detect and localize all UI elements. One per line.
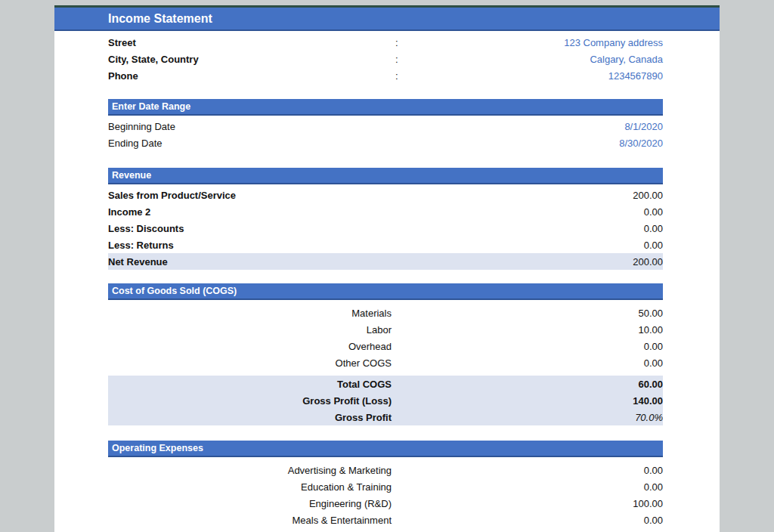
section-header-revenue: Revenue [108, 168, 663, 184]
opex-row: Advertising & Marketing 0.00 [108, 462, 663, 478]
gross-profit-loss-cell: 140.00 [633, 395, 663, 407]
section-header-date-range: Enter Date Range [108, 99, 663, 116]
net-revenue-label: Net Revenue [108, 256, 168, 268]
separator: : [395, 37, 398, 48]
gross-profit-loss-row: Gross Profit (Loss) 140.00 [108, 392, 663, 409]
revenue-row: Less: Discounts 0.00 [108, 220, 663, 237]
opex-row: Meals & Entertainment 0.00 [108, 512, 663, 528]
phone-label: Phone [108, 70, 138, 82]
street-label: Street [108, 37, 136, 48]
beginning-date-label: Beginning Date [108, 121, 175, 132]
gross-profit-pct-label: Gross Profit [108, 412, 392, 423]
cogs-item-cell[interactable]: 50.00 [638, 308, 663, 319]
net-revenue-cell: 200.00 [633, 256, 663, 268]
cogs-item-cell[interactable]: 0.00 [644, 357, 663, 369]
opex-row: Engineering (R&D) 100.00 [108, 495, 663, 512]
opex-item-cell[interactable]: 100.00 [633, 498, 663, 509]
revenue-item-label: Income 2 [108, 206, 150, 218]
income-statement-sheet: Income Statement Street : 123 Company ad… [54, 5, 720, 532]
gross-profit-pct-row: Gross Profit 70.0% [108, 409, 663, 425]
date-row-beginning: Beginning Date 8/1/2020 [108, 118, 663, 135]
gross-profit-pct-cell: 70.0% [635, 412, 663, 423]
opex-item-cell[interactable]: 0.00 [644, 465, 663, 476]
revenue-row: Income 2 0.00 [108, 203, 663, 220]
cogs-item-label: Other COGS [108, 357, 392, 369]
revenue-item-cell[interactable]: 0.00 [644, 240, 663, 251]
cogs-row: Materials 50.00 [108, 305, 663, 321]
cogs-item-cell[interactable]: 10.00 [638, 324, 663, 336]
opex-item-cell[interactable]: 0.00 [644, 515, 663, 526]
city-label: City, State, Country [108, 54, 199, 65]
opex-item-cell[interactable]: 0.00 [644, 481, 663, 493]
section-header-label: Operating Expenses [112, 443, 203, 453]
cogs-summary-block: Total COGS 60.00 Gross Profit (Loss) 140… [108, 376, 663, 425]
cogs-item-cell[interactable]: 0.00 [644, 341, 663, 352]
revenue-item-label: Less: Returns [108, 240, 174, 251]
cogs-item-label: Materials [108, 308, 392, 319]
ending-date-label: Ending Date [108, 138, 163, 149]
sheet-body: Street : 123 Company address City, State… [108, 34, 663, 532]
total-cogs-cell: 60.00 [638, 379, 663, 390]
net-revenue-row: Net Revenue 200.00 [108, 253, 663, 270]
section-header-label: Enter Date Range [112, 101, 190, 112]
revenue-item-label: Less: Discounts [108, 223, 184, 234]
street-value-cell[interactable]: 123 Company address [564, 37, 663, 48]
opex-item-label: Education & Training [108, 481, 392, 493]
opex-item-label: Engineering (R&D) [108, 498, 392, 509]
revenue-item-cell[interactable]: 200.00 [633, 190, 663, 201]
section-header-cogs: Cost of Goods Sold (COGS) [108, 283, 663, 300]
total-cogs-row: Total COGS 60.00 [108, 376, 663, 392]
revenue-row: Sales from Product/Service 200.00 [108, 187, 663, 203]
page-title: Income Statement [108, 12, 212, 26]
gross-profit-loss-label: Gross Profit (Loss) [108, 395, 392, 407]
info-row-phone: Phone : 1234567890 [108, 67, 663, 84]
title-bar: Income Statement [54, 8, 720, 31]
separator: : [395, 70, 398, 82]
cogs-row: Other COGS 0.00 [108, 354, 663, 371]
opex-item-label: Advertising & Marketing [108, 465, 392, 476]
opex-row: Office Supplies 0.00 [108, 528, 663, 532]
section-header-label: Cost of Goods Sold (COGS) [112, 286, 237, 296]
cogs-row: Labor 10.00 [108, 321, 663, 338]
revenue-item-cell[interactable]: 0.00 [644, 223, 663, 234]
city-value-cell[interactable]: Calgary, Canada [590, 54, 663, 65]
screen: Income Statement Street : 123 Company ad… [0, 0, 774, 532]
revenue-row: Less: Returns 0.00 [108, 237, 663, 253]
section-header-label: Revenue [112, 170, 151, 181]
opex-item-label: Meals & Entertainment [108, 515, 392, 526]
total-cogs-label: Total COGS [108, 379, 392, 390]
beginning-date-cell[interactable]: 8/1/2020 [624, 121, 663, 132]
cogs-row: Overhead 0.00 [108, 338, 663, 354]
info-row-street: Street : 123 Company address [108, 34, 663, 51]
phone-value-cell[interactable]: 1234567890 [608, 70, 663, 82]
date-row-ending: Ending Date 8/30/2020 [108, 135, 663, 151]
ending-date-cell[interactable]: 8/30/2020 [619, 138, 663, 149]
info-row-city: City, State, Country : Calgary, Canada [108, 51, 663, 67]
cogs-item-label: Overhead [108, 341, 392, 352]
cogs-item-label: Labor [108, 324, 392, 336]
section-header-operating-expenses: Operating Expenses [108, 441, 663, 457]
opex-row: Education & Training 0.00 [108, 478, 663, 495]
separator: : [395, 54, 398, 65]
revenue-item-cell[interactable]: 0.00 [644, 206, 663, 218]
revenue-item-label: Sales from Product/Service [108, 190, 236, 201]
